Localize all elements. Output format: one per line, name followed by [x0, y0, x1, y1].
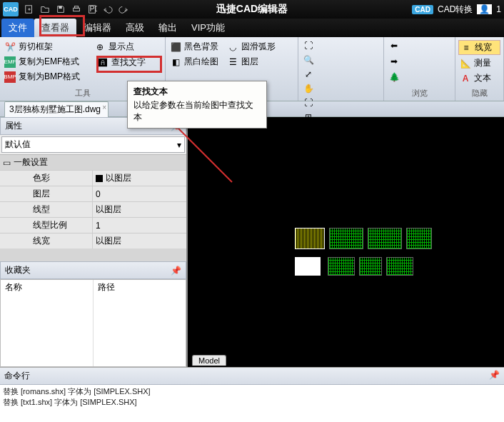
thumb-2[interactable] — [329, 228, 363, 249]
layer-button[interactable]: ☰图层 — [226, 55, 277, 69]
close-tab-icon[interactable]: × — [102, 104, 106, 111]
fav-col-name: 名称 — [1, 280, 94, 366]
tooltip-body: 以给定参数在当前绘图中查找文本 — [133, 99, 261, 124]
browse-fwd-icon[interactable]: ➡ — [388, 56, 400, 67]
text-a-icon: A — [460, 73, 471, 84]
emf-icon: EMF — [4, 56, 16, 68]
black-bg-icon: ⬛ — [170, 41, 181, 53]
favorites-list[interactable]: 名称 路径 — [0, 279, 186, 367]
smooth-arc-button[interactable]: ◡圆滑弧形 — [226, 40, 277, 54]
pos-icon-4[interactable]: ✋ — [303, 83, 314, 94]
browse-back-icon[interactable]: ⬅ — [388, 40, 400, 51]
find-text-icon: 🅰 — [97, 57, 109, 69]
layer-icon: ☰ — [227, 56, 238, 68]
arc-icon: ◡ — [227, 41, 238, 53]
cad-badge: CAD — [412, 5, 433, 14]
pos-icon-5[interactable]: ⛶ — [303, 97, 314, 109]
ruler-icon: 📐 — [460, 58, 471, 69]
bmp-icon: BMP — [4, 71, 16, 83]
clip-frame-button[interactable]: ✂️剪切框架 — [3, 40, 87, 54]
point-icon: ⊕ — [94, 41, 106, 53]
thumb-4[interactable] — [406, 228, 432, 249]
menu-vip[interactable]: VIP功能 — [184, 19, 232, 37]
open-icon[interactable] — [37, 1, 53, 17]
user-icon[interactable]: 👤 — [477, 4, 492, 14]
prop-row-color[interactable]: 色彩以图层 — [0, 170, 186, 186]
ribbon-group-text-label: 隐藏 — [458, 87, 500, 99]
thumb-6[interactable] — [328, 257, 355, 276]
document-tab[interactable]: 3层独栋别墅施工图.dwg × — [4, 101, 109, 117]
bw-icon: ◧ — [170, 56, 181, 68]
chevron-down-icon: ▾ — [177, 140, 181, 150]
linewidth-icon: ≡ — [460, 42, 472, 54]
undo-icon[interactable] — [100, 1, 116, 17]
prop-row-layer[interactable]: 图层0 — [0, 186, 186, 201]
collapse-icon: ▭ — [3, 158, 11, 168]
print-icon[interactable] — [69, 1, 84, 17]
text-button[interactable]: A文本 — [458, 71, 493, 85]
menu-editor[interactable]: 编辑器 — [76, 19, 119, 37]
copy-emf-button[interactable]: EMF复制为EMF格式 — [3, 55, 87, 69]
cad-convert-link[interactable]: CAD转换 — [438, 4, 473, 16]
pdf-icon[interactable]: PDF — [84, 1, 100, 17]
pos-icon-3[interactable]: ⤢ — [303, 69, 314, 80]
svg-text:PDF: PDF — [90, 4, 98, 13]
ribbon-group-browse-label: 浏览 — [387, 87, 452, 99]
menu-advanced[interactable]: 高级 — [119, 19, 151, 37]
thumb-1[interactable] — [295, 228, 325, 249]
linewidth-button[interactable]: ≡线宽 — [458, 40, 500, 55]
show-point-button[interactable]: ⊕显示点 — [93, 40, 150, 54]
svg-rect-3 — [74, 6, 78, 9]
prop-row-linetype[interactable]: 线型以图层 — [0, 201, 186, 217]
redo-icon[interactable] — [116, 1, 131, 17]
copy-bmp-button[interactable]: BMP复制为BMP格式 — [3, 70, 87, 84]
app-logo: CAD — [3, 2, 19, 16]
browse-tree-icon[interactable]: 🌲 — [388, 71, 400, 83]
thumb-5[interactable] — [295, 257, 321, 276]
app-title: 迅捷CAD编辑器 — [216, 3, 288, 16]
defaults-combo[interactable]: 默认值 ▾ — [1, 136, 185, 153]
tooltip-title: 查找文本 — [133, 86, 261, 98]
scissors-icon: ✂️ — [4, 41, 16, 53]
general-section[interactable]: ▭一般设置 — [0, 154, 186, 170]
thumb-7[interactable] — [359, 257, 382, 276]
cmd-line-2: 替换 [txt1.shx] 字体为 [SIMPLEX.SHX] — [3, 397, 501, 408]
find-text-tooltip: 查找文本 以给定参数在当前绘图中查找文本 — [127, 81, 267, 129]
prop-row-ltscale[interactable]: 线型比例1 — [0, 217, 186, 233]
thumb-3[interactable] — [368, 228, 402, 249]
save-icon[interactable] — [53, 1, 69, 17]
find-text-button[interactable]: 🅰查找文字 — [93, 55, 150, 70]
command-output: 替换 [romans.shx] 字体为 [SIMPLEX.SHX] 替换 [tx… — [0, 385, 504, 419]
svg-rect-2 — [74, 8, 80, 11]
cmd-line-1: 替换 [romans.shx] 字体为 [SIMPLEX.SHX] — [3, 386, 501, 397]
pos-icon-2[interactable]: 🔍 — [303, 54, 314, 66]
menu-output[interactable]: 输出 — [151, 19, 184, 37]
command-panel-header: 命令行 📌 — [0, 368, 504, 385]
user-count: 1 — [496, 4, 501, 14]
menu-viewer[interactable]: 查看器 — [34, 19, 76, 37]
pos-icon-1[interactable]: ⛶ — [303, 40, 314, 51]
menu-file[interactable]: 文件 — [1, 19, 34, 37]
bw-draw-button[interactable]: ◧黑白绘图 — [168, 55, 220, 69]
model-tab[interactable]: Model — [192, 355, 226, 366]
black-bg-button[interactable]: ⬛黑色背景 — [168, 40, 220, 54]
color-swatch — [96, 175, 103, 182]
new-icon[interactable] — [21, 1, 37, 17]
thumb-8[interactable] — [386, 257, 413, 276]
prop-row-lineweight[interactable]: 线宽以图层 — [0, 233, 186, 248]
svg-rect-1 — [59, 6, 61, 9]
drawing-canvas[interactable]: Model — [186, 117, 504, 367]
pin-icon-2[interactable]: 📌 — [171, 266, 181, 276]
fav-col-path: 路径 — [94, 280, 186, 366]
pin-icon-3[interactable]: 📌 — [489, 370, 500, 382]
favorites-panel-header: 收藏夹 📌 — [0, 261, 186, 279]
measure-button[interactable]: 📐测量 — [458, 56, 500, 70]
